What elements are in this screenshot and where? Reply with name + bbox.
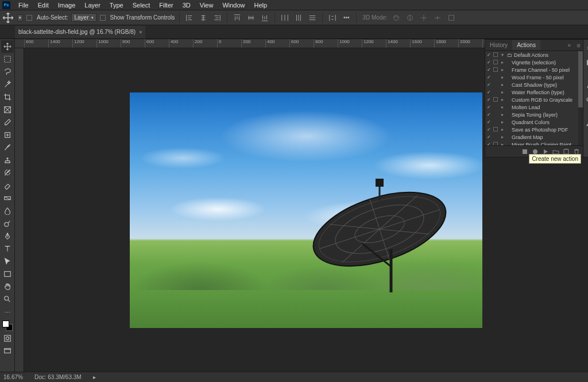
character-panel-icon[interactable] [583,80,588,91]
action-row[interactable]: ✓▸Gradient Map [485,133,578,141]
tools-panel: ⋯ [0,39,15,372]
document-tab-title: black-sattelite-dish-field.jpg @ 16.7% (… [18,29,136,35]
eraser-tool[interactable] [1,179,14,192]
align-horizontal-centers-icon[interactable] [198,13,208,23]
crop-tool[interactable] [1,91,14,103]
menu-help[interactable]: Help [250,1,272,10]
distribute-horizontal-icon[interactable] [280,13,290,23]
action-row[interactable]: ✓▸Cast Shadow (type) [485,81,578,88]
paragraph-panel-icon[interactable] [583,95,588,106]
action-row[interactable]: ✓▸Water Reflection (type) [485,88,578,96]
action-label: Molten Lead [506,105,578,110]
svg-rect-12 [4,349,10,353]
action-row[interactable]: ✓▸Wood Frame - 50 pixel [485,74,578,81]
play-actions-icon[interactable] [583,57,588,68]
move-tool[interactable] [1,40,14,53]
menu-view[interactable]: View [195,1,218,10]
path-selection-tool[interactable] [1,255,14,268]
auto-select-target-dropdown[interactable]: Layer▾ [71,13,96,22]
menu-window[interactable]: Window [218,1,249,10]
action-row[interactable]: ✓▸Frame Channel - 50 pixel [485,66,578,74]
auto-select-checkbox[interactable] [26,15,32,21]
action-label: Cast Shadow (type) [506,82,578,88]
action-row[interactable]: ✓▸Save as Photoshop PDF [485,126,578,133]
distribute-vertical-icon[interactable] [307,13,318,23]
frame-tool[interactable] [1,103,14,116]
align-left-edges-icon[interactable] [184,13,195,23]
document-tab[interactable]: black-sattelite-dish-field.jpg @ 16.7% (… [15,26,145,38]
zoom-tool[interactable] [1,293,14,306]
menu-edit[interactable]: Edit [33,1,53,10]
distribute-more-icon[interactable] [327,13,338,23]
actions-list[interactable]: ✓▾Default Actions✓▸Vignette (selection)✓… [485,51,578,145]
healing-brush-tool[interactable] [1,129,14,141]
action-label: Wood Frame - 50 pixel [506,75,578,80]
align-vertical-centers-icon[interactable] [246,13,256,23]
action-row[interactable]: ✓▸Sepia Toning (layer) [485,111,578,118]
doc-info[interactable]: Doc: 63.3M/63.3M [34,374,82,380]
action-row[interactable]: ✓▸Mixer Brush Cloning Paint … [485,141,578,145]
collapsed-panel-menu-icon[interactable]: ≡ [583,42,588,53]
action-row[interactable]: ✓▸Custom RGB to Grayscale [485,96,578,103]
action-row[interactable]: ✓▸Quadrant Colors [485,118,578,126]
brush-panel-icon[interactable] [583,118,588,129]
brush-tool[interactable] [1,141,14,154]
action-set-row[interactable]: ✓▾Default Actions [485,51,578,59]
menu-image[interactable]: Image [53,1,80,10]
screen-mode-icon[interactable] [1,345,14,357]
svg-rect-27 [564,149,568,154]
app-logo [2,1,10,9]
zoom-level[interactable]: 16.67% [3,374,23,380]
menu-select[interactable]: Select [128,1,155,10]
align-top-edges-icon[interactable] [232,13,242,23]
magic-wand-tool[interactable] [1,78,14,91]
dodge-tool[interactable] [1,217,14,230]
align-bottom-edges-icon[interactable] [260,13,270,23]
align-more-icon[interactable]: ••• [341,13,351,23]
gradient-tool[interactable] [1,192,14,204]
tool-preset-dropdown[interactable]: ▾ [17,14,23,21]
svg-point-7 [4,222,8,226]
lasso-tool[interactable] [1,65,14,78]
color-swatches[interactable] [2,321,13,331]
quick-mask-icon[interactable] [1,332,14,345]
action-row[interactable]: ✓▸Vignette (selection) [485,59,578,66]
show-transform-checkbox[interactable] [100,15,106,21]
menu-3d[interactable]: 3D [178,1,195,10]
3d-scale-icon [446,13,457,23]
actions-tab[interactable]: Actions [512,40,540,50]
action-label: Save as Photoshop PDF [506,127,578,133]
actions-panel: History Actions » ≡ ✓▾Default Actions✓▸V… [485,39,583,157]
menu-filter[interactable]: Filter [154,1,177,10]
align-right-edges-icon[interactable] [212,13,222,23]
rectangle-tool[interactable] [1,268,14,280]
stop-icon[interactable] [521,148,529,156]
history-tab[interactable]: History [485,40,512,50]
eyedropper-tool[interactable] [1,116,14,129]
action-label: Frame Channel - 50 pixel [506,67,578,73]
show-transform-label: Show Transform Controls [110,14,175,21]
pen-tool[interactable] [1,230,14,242]
blur-tool[interactable] [1,204,14,217]
tooltip: Create new action [529,154,581,164]
3d-pan-icon [419,13,429,23]
panel-menu-icon[interactable]: ≡ [574,42,582,49]
action-label: Quadrant Colors [506,119,578,125]
collapsed-panels-dock: ≡ [583,39,588,157]
menu-layer[interactable]: Layer [80,1,105,10]
actions-scrollbar[interactable] [578,51,583,145]
edit-toolbar-icon[interactable]: ⋯ [1,306,14,318]
auto-select-label: Auto-Select: [37,14,68,21]
menu-file[interactable]: File [14,1,33,10]
action-row[interactable]: ✓▸Molten Lead [485,103,578,111]
panel-collapse-icon[interactable]: » [564,42,575,48]
close-tab-icon[interactable]: × [139,29,142,35]
distribute-spacing-icon[interactable] [293,13,304,23]
marquee-tool[interactable] [1,53,14,65]
type-tool[interactable] [1,242,14,255]
hand-tool[interactable] [1,280,14,293]
menu-type[interactable]: Type [105,1,128,10]
history-brush-tool[interactable] [1,167,14,179]
doc-info-flyout-icon[interactable]: ▸ [93,374,96,380]
clone-stamp-tool[interactable] [1,154,14,167]
